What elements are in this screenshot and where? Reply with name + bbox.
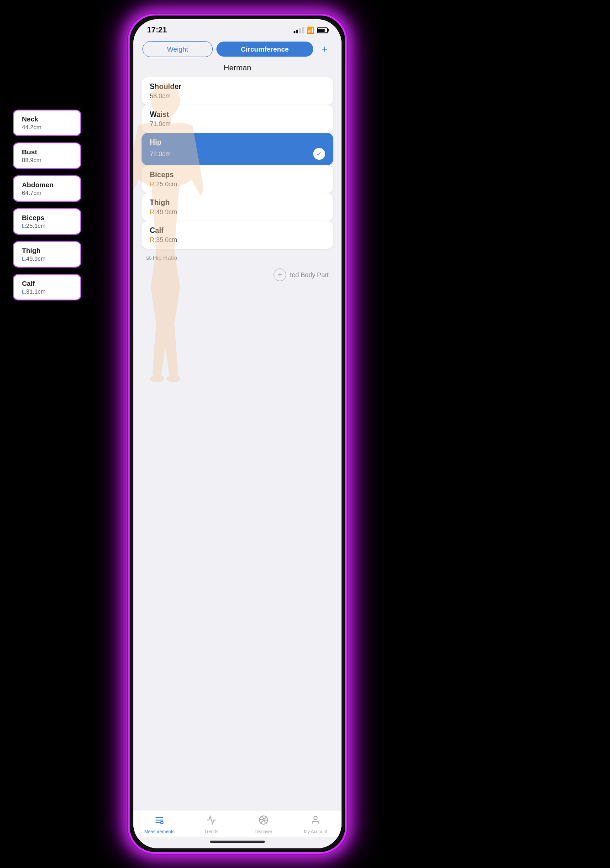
nav-item-measurements[interactable]: Measurements: [133, 815, 185, 834]
tab-bar-top: Weight Circumference +: [133, 37, 342, 61]
measure-card-value-hip: 72.0cm ✓: [150, 148, 325, 160]
ratio-label: st-Hip Ratio: [146, 254, 177, 261]
floating-card-biceps_l: Biceps L:25.1cm: [13, 208, 81, 235]
float-card-value-thigh_l: L:49.9cm: [22, 255, 72, 262]
user-name: Herman: [133, 61, 342, 77]
ratio-row: st-Hip Ratio: [142, 253, 333, 262]
float-card-value-bust: 88.9cm: [22, 157, 72, 163]
float-card-name-biceps_l: Biceps: [22, 214, 72, 221]
nav-item-my-account[interactable]: My Account: [289, 815, 342, 834]
float-card-value-calf_l: L:31.1cm: [22, 288, 72, 295]
status-time: 17:21: [147, 26, 167, 35]
signal-icon: [294, 27, 304, 33]
measure-card-value-calf: R:35.0cm: [150, 236, 325, 243]
nav-icon-measurements: [154, 815, 164, 828]
floating-card-neck: Neck 44.2cm: [13, 110, 81, 136]
check-icon: ✓: [313, 148, 325, 160]
nav-item-trends[interactable]: Trends: [185, 815, 237, 834]
nav-icon-my-account: [310, 815, 321, 828]
measure-card-name-thigh: Thigh: [150, 199, 325, 207]
home-bar: [210, 841, 265, 843]
measurements-scroll-area: Shoulder 58.0cm Waist 71.0cm Hip 72.0cm …: [133, 77, 342, 810]
nav-label-discover: Discover: [255, 829, 273, 834]
bottom-nav: Measurements Trends Discover My Account: [133, 810, 342, 837]
measure-card-name-shoulder: Shoulder: [150, 83, 325, 91]
float-card-name-abdomen: Abdomen: [22, 181, 72, 189]
battery-icon: [317, 27, 328, 33]
measure-card-value-shoulder: 58.0cm: [150, 92, 325, 100]
svg-point-6: [314, 816, 317, 820]
status-icons: 📶: [294, 26, 328, 34]
svg-point-3: [167, 375, 180, 382]
measure-card-name-hip: Hip: [150, 138, 325, 147]
measure-card-biceps[interactable]: Biceps R:25.0cm: [142, 165, 333, 193]
nav-label-trends: Trends: [205, 829, 219, 834]
measure-card-hip[interactable]: Hip 72.0cm ✓: [142, 133, 333, 165]
nav-icon-discover: [258, 815, 268, 828]
float-card-name-bust: Bust: [22, 148, 72, 156]
float-card-value-biceps_l: L:25.1cm: [22, 222, 72, 229]
float-card-value-abdomen: 64.7cm: [22, 189, 72, 196]
add-body-part-row[interactable]: + ted Body Part: [142, 267, 333, 283]
phone-screen: 17:21 📶 Weight Circumfer: [133, 19, 342, 848]
floating-card-abdomen: Abdomen 64.7cm: [13, 175, 81, 202]
float-card-name-calf_l: Calf: [22, 279, 72, 287]
add-body-part-label: ted Body Part: [290, 271, 329, 279]
floating-card-bust: Bust 88.9cm: [13, 142, 81, 169]
nav-label-measurements: Measurements: [144, 829, 174, 834]
nav-item-discover[interactable]: Discover: [237, 815, 289, 834]
add-body-part-icon[interactable]: +: [273, 268, 286, 281]
status-bar: 17:21 📶: [133, 19, 342, 37]
add-measurement-button[interactable]: +: [317, 42, 332, 57]
float-card-name-neck: Neck: [22, 115, 72, 123]
measure-card-shoulder[interactable]: Shoulder 58.0cm: [142, 77, 333, 105]
measure-card-waist[interactable]: Waist 71.0cm: [142, 105, 333, 133]
float-card-value-neck: 44.2cm: [22, 124, 72, 131]
scene: Neck 44.2cm Bust 88.9cm Abdomen 64.7cm B…: [0, 0, 610, 868]
floating-card-calf_l: Calf L:31.1cm: [13, 274, 81, 300]
svg-point-2: [150, 375, 164, 382]
measure-card-name-waist: Waist: [150, 110, 325, 119]
measure-card-name-biceps: Biceps: [150, 171, 325, 179]
nav-label-my-account: My Account: [304, 829, 327, 834]
measure-card-value-biceps: R:25.0cm: [150, 180, 325, 188]
tab-weight[interactable]: Weight: [142, 41, 213, 57]
measure-card-value-waist: 71.0cm: [150, 120, 325, 127]
measure-card-name-calf: Calf: [150, 226, 325, 235]
float-card-name-thigh_l: Thigh: [22, 247, 72, 254]
home-indicator: [133, 837, 342, 848]
floating-cards: Neck 44.2cm Bust 88.9cm Abdomen 64.7cm B…: [13, 110, 81, 300]
nav-icon-trends: [206, 815, 216, 828]
svg-point-4: [161, 821, 163, 824]
measure-card-thigh[interactable]: Thigh R:49.9cm: [142, 193, 333, 221]
measure-card-value-thigh: R:49.9cm: [150, 208, 325, 216]
tab-circumference[interactable]: Circumference: [216, 42, 313, 57]
phone-shell: 17:21 📶 Weight Circumfer: [128, 14, 347, 854]
measurements-list: Shoulder 58.0cm Waist 71.0cm Hip 72.0cm …: [142, 77, 333, 249]
wifi-icon: 📶: [306, 26, 314, 34]
measure-card-calf[interactable]: Calf R:35.0cm: [142, 221, 333, 249]
floating-card-thigh_l: Thigh L:49.9cm: [13, 241, 81, 268]
